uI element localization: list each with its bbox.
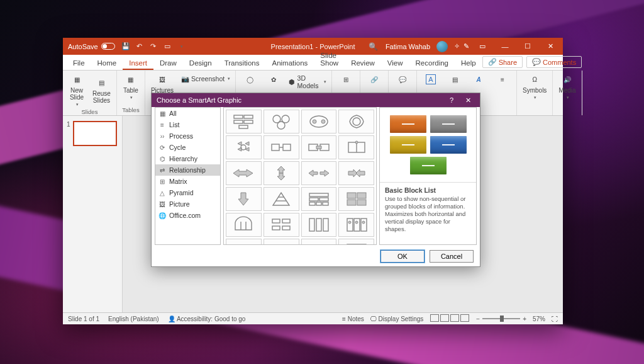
zoom-out-icon[interactable]: − <box>476 316 480 322</box>
display-settings-button[interactable]: 🖵 Display Settings <box>370 316 423 322</box>
layout-option[interactable] <box>226 187 262 211</box>
tab-home[interactable]: Home <box>91 57 123 70</box>
close-button[interactable]: ✕ <box>541 38 560 55</box>
tab-review[interactable]: Review <box>345 57 381 70</box>
dialog-close-button[interactable]: ✕ <box>461 96 475 105</box>
tab-draw[interactable]: Draw <box>153 57 183 70</box>
tab-transitions[interactable]: Transitions <box>218 57 266 70</box>
ribbon-options-icon[interactable]: ▭ <box>473 38 492 55</box>
view-mode-buttons[interactable] <box>430 314 470 323</box>
zoom-level[interactable]: 57% <box>533 316 545 322</box>
svg-rect-46 <box>357 200 366 205</box>
category-hierarchy[interactable]: ⌬Hierarchy <box>155 153 220 164</box>
tab-insert[interactable]: Insert <box>123 57 153 70</box>
tab-slide-show[interactable]: Slide Show <box>314 49 345 70</box>
qat-dropdown-icon[interactable] <box>177 42 186 51</box>
fit-to-window-icon[interactable]: ⛶ <box>552 316 558 322</box>
layout-option[interactable] <box>301 187 337 211</box>
category-process[interactable]: ››Process <box>155 130 220 142</box>
comment-button[interactable]: 💬 <box>391 72 414 87</box>
layout-option[interactable] <box>226 110 262 134</box>
layout-option[interactable] <box>301 239 337 245</box>
layout-option[interactable] <box>301 110 337 134</box>
autosave-toggle[interactable]: AutoSave <box>68 43 115 50</box>
smartart-category-list: ▦All ≡List ››Process ⟳Cycle ⌬Hierarchy ⇄… <box>155 107 221 245</box>
layout-option[interactable] <box>226 161 262 185</box>
layout-option[interactable] <box>264 187 299 211</box>
layout-option[interactable] <box>264 161 299 185</box>
present-icon[interactable]: ▭ <box>163 42 172 51</box>
language-indicator[interactable]: English (Pakistan) <box>108 316 159 322</box>
wordart-button[interactable]: A <box>467 72 490 87</box>
layout-option[interactable] <box>226 135 262 159</box>
layout-option[interactable] <box>338 161 374 185</box>
3d-models-button[interactable]: ⬢3D Models <box>286 73 329 91</box>
tab-help[interactable]: Help <box>455 57 482 70</box>
layout-option[interactable] <box>264 213 299 237</box>
layout-option[interactable] <box>301 161 337 185</box>
link-button[interactable]: 🔗 <box>363 72 386 87</box>
undo-icon[interactable]: ↶ <box>135 42 144 51</box>
layout-option[interactable] <box>301 213 337 237</box>
layout-option[interactable] <box>226 239 262 245</box>
dialog-help-button[interactable]: ? <box>445 96 458 105</box>
category-all[interactable]: ▦All <box>155 108 220 119</box>
ok-button[interactable]: OK <box>380 250 425 263</box>
user-name[interactable]: Fatima Wahab <box>386 43 430 50</box>
tab-file[interactable]: File <box>67 57 91 70</box>
search-icon[interactable]: 🔍 <box>369 42 378 51</box>
shapes-button[interactable]: ◯ <box>238 72 261 87</box>
table-button[interactable]: ▦Table <box>119 72 142 101</box>
comments-button[interactable]: 💬 Comments <box>526 56 582 68</box>
category-pyramid[interactable]: △Pyramid <box>155 187 220 198</box>
pen-icon[interactable]: ✎ <box>464 42 469 50</box>
media-button[interactable]: 🔊Media <box>555 72 579 101</box>
text-box-button[interactable]: A <box>419 72 442 87</box>
svg-rect-49 <box>272 219 280 223</box>
category-picture[interactable]: 🖼Picture <box>155 198 220 210</box>
notes-button[interactable]: ≡ Notes <box>342 316 364 322</box>
addins-button[interactable]: ⊞ <box>335 72 357 87</box>
diamond-icon[interactable]: ✧ <box>454 42 460 50</box>
share-button[interactable]: 🔗 Share <box>482 56 523 68</box>
layout-option[interactable] <box>338 110 374 134</box>
svg-rect-2 <box>234 120 243 123</box>
layout-option[interactable] <box>264 135 299 159</box>
save-icon[interactable]: 💾 <box>121 42 130 51</box>
smartart-layouts-grid[interactable] <box>223 107 377 245</box>
category-list[interactable]: ≡List <box>155 119 220 130</box>
layout-option[interactable] <box>226 213 262 237</box>
accessibility-indicator[interactable]: 👤 Accessibility: Good to go <box>168 316 246 322</box>
zoom-slider[interactable]: − + <box>476 316 526 322</box>
svg-rect-57 <box>354 219 360 231</box>
tab-design[interactable]: Design <box>183 57 218 70</box>
layout-option[interactable] <box>338 213 374 237</box>
layout-option[interactable] <box>338 239 374 245</box>
header-footer-button[interactable]: ▤ <box>443 72 466 87</box>
text-more-button[interactable]: ≡ <box>491 72 514 87</box>
tab-view[interactable]: View <box>381 57 409 70</box>
layout-option[interactable] <box>338 187 374 211</box>
layout-option[interactable] <box>338 135 374 159</box>
maximize-button[interactable]: ☐ <box>518 38 537 55</box>
new-slide-button[interactable]: ▦New Slide <box>65 72 88 108</box>
category-relationship[interactable]: ⇄Relationship <box>155 164 220 176</box>
category-cycle[interactable]: ⟳Cycle <box>155 142 220 153</box>
reuse-slides-button[interactable]: ▤Reuse Slides <box>89 72 114 108</box>
user-avatar-icon[interactable] <box>436 41 448 52</box>
layout-option[interactable] <box>301 135 337 159</box>
cancel-button[interactable]: Cancel <box>430 250 474 263</box>
tab-recording[interactable]: Recording <box>409 57 455 70</box>
layout-option[interactable] <box>264 110 299 134</box>
category-office[interactable]: 🌐Office.com <box>155 210 220 221</box>
redo-icon[interactable]: ↷ <box>149 42 158 51</box>
tab-animations[interactable]: Animations <box>265 57 314 70</box>
category-matrix[interactable]: ⊞Matrix <box>155 176 220 187</box>
layout-option[interactable] <box>264 239 299 245</box>
icons-button[interactable]: ✿ <box>262 72 285 87</box>
slide-thumbnail[interactable] <box>73 121 117 146</box>
screenshot-button[interactable]: 📷Screenshot <box>178 73 233 84</box>
zoom-in-icon[interactable]: + <box>523 316 526 322</box>
symbols-button[interactable]: ΩSymbols <box>519 72 550 101</box>
minimize-button[interactable]: — <box>496 38 514 55</box>
